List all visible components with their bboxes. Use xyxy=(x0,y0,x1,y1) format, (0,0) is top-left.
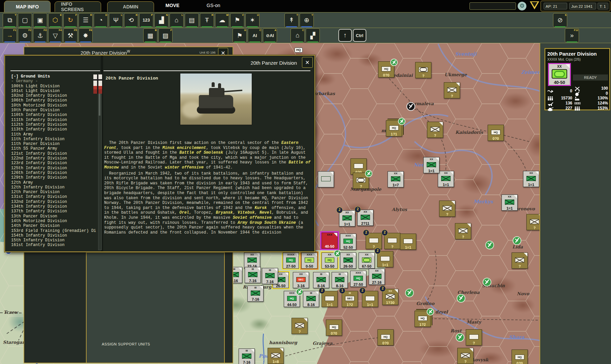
menu-gs-toggle[interactable]: GS-on xyxy=(207,3,220,8)
selected-unit-counter[interactable]: XX 40-50 xyxy=(548,63,571,86)
new-unit-icon[interactable]: ▢ xyxy=(18,13,32,27)
unit-list-item[interactable]: 134th Infantry Division xyxy=(11,204,97,209)
map-unit-counter[interactable]: IIISEC1?21 xyxy=(342,291,358,307)
unit-list-item[interactable]: 110th Infantry Division xyxy=(11,113,97,117)
no-ai-icon[interactable]: ⊘AIA xyxy=(263,28,277,42)
map-unit-counter[interactable]: XXXHQ27-50 xyxy=(350,271,366,287)
hex-info-icon[interactable]: ⬡E xyxy=(48,13,62,27)
splash-icon[interactable]: ✶U xyxy=(245,13,259,27)
map-unit-counter[interactable]: ? xyxy=(526,214,540,230)
unit-list-item[interactable]: 123rd Infantry Division xyxy=(11,161,97,165)
map-unit-counter[interactable]: ? xyxy=(512,252,528,269)
crosshair-icon[interactable]: ⊕Y xyxy=(300,13,314,27)
reload-icon[interactable]: ⟲R xyxy=(124,13,138,27)
map-unit-counter[interactable]: XX1?302 xyxy=(382,289,398,305)
unit-list-item[interactable]: 126th Infantry Division xyxy=(11,171,97,175)
unit-list-item[interactable]: 15th Infantry Division xyxy=(11,238,97,243)
unit-list-item[interactable]: 10th Panzer Division xyxy=(11,108,97,113)
map-unit-counter[interactable]: 1=12 xyxy=(377,251,393,267)
list-scrollbar[interactable] xyxy=(98,74,102,250)
map-unit-counter[interactable]: ? xyxy=(439,201,455,217)
menu-move[interactable]: MOVE xyxy=(165,3,179,8)
inline-link[interactable]: Nevel xyxy=(259,210,272,215)
map-unit-counter[interactable]: HQ0?0 xyxy=(488,125,504,141)
unit-list-item[interactable]: 11th Panzer Division xyxy=(11,142,97,146)
ferry-icon[interactable]: ▽F4 xyxy=(48,28,62,42)
map-unit-counter[interactable]: XXXHQ52-50 xyxy=(340,234,356,250)
unit-list-item[interactable]: 132nd Infantry Division xyxy=(11,200,97,204)
inline-link[interactable]: Bryansk xyxy=(216,210,233,215)
chart-icon[interactable]: ▟N xyxy=(154,13,169,27)
map-unit-counter[interactable]: XX1=1 xyxy=(501,194,518,211)
sea-move-icon[interactable]: ⚓F3 xyxy=(33,28,47,42)
inline-link[interactable]: winter offensive xyxy=(165,165,204,170)
copy-icon[interactable]: ▣ xyxy=(33,13,47,27)
map-unit-counter[interactable]: III8-16 xyxy=(332,272,348,288)
tab-map-info[interactable]: MAP INFO xyxy=(4,1,51,12)
unit-list-item[interactable]: 11th Infantry Division xyxy=(11,137,97,142)
ai-icon[interactable]: AIC xyxy=(248,28,262,42)
inline-link[interactable]: Vitebsk xyxy=(238,210,254,215)
next-icon[interactable]: »F12 xyxy=(565,28,579,42)
stack-icon[interactable]: ⧉T xyxy=(3,13,17,27)
weather-icon[interactable]: ☁W xyxy=(215,13,229,27)
inline-link[interactable]: Battle of Smolensk xyxy=(179,150,223,155)
map-unit-counter[interactable]: XX2?112 xyxy=(357,210,373,226)
ctrl-icon[interactable]: Ctrl xyxy=(353,29,366,42)
inline-link[interactable]: Soviet offensive xyxy=(233,215,272,220)
unit-list-item[interactable]: 137th Infantry Division xyxy=(11,209,97,214)
map-unit-counter[interactable]: 1=12 xyxy=(362,291,378,307)
timer-icon[interactable]: ◔D xyxy=(94,13,108,27)
map-unit-counter[interactable]: XX27-16 xyxy=(369,269,385,285)
close-icon[interactable]: ✕ xyxy=(302,57,313,68)
map-unit-counter[interactable]: HQ0?0 xyxy=(378,61,394,78)
map-unit-counter[interactable]: XX22-16 xyxy=(244,252,260,269)
radio-icon[interactable]: ΨL xyxy=(109,13,123,27)
map-unit-counter[interactable]: III8-16 xyxy=(313,272,329,288)
unit-list-item[interactable]: 111th Infantry Division xyxy=(11,118,97,122)
unit-list-item[interactable]: 113th Infantry Division xyxy=(11,127,97,132)
unit-group-toggle[interactable]: [-] Ground Units xyxy=(11,74,97,79)
unit-list-item[interactable]: 129th Infantry Division xyxy=(11,175,97,180)
unit-list-item[interactable]: 13th Panzer Divison xyxy=(11,214,97,219)
board-icon[interactable]: ▦B xyxy=(143,28,157,42)
map-unit-counter[interactable]: ? xyxy=(353,173,369,189)
unit-list-item[interactable]: 154th Infantry Division xyxy=(11,233,97,238)
signal-icon[interactable]: ŦR xyxy=(200,13,214,27)
unit-list-item[interactable]: 125th Infantry Division xyxy=(11,166,97,171)
alert-triangle-icon[interactable] xyxy=(530,1,539,9)
assault-icon[interactable]: ✸F6 xyxy=(79,28,93,42)
orbit-icon[interactable]: ↻F xyxy=(63,13,78,27)
map-unit-counter[interactable]: ? xyxy=(292,318,308,334)
combine-icon[interactable]: ⚒F5 xyxy=(63,28,78,42)
map-unit-counter[interactable]: XX26-50 xyxy=(340,252,356,269)
unit-list-item[interactable]: 12th Panzer Division xyxy=(11,190,97,194)
command-input[interactable] xyxy=(469,2,516,10)
unit-list-item[interactable]: 121st Infantry Division xyxy=(11,151,97,156)
factory-list-icon[interactable]: ⌂C xyxy=(291,28,305,42)
advance-arrow-icon[interactable]: →F1 xyxy=(3,28,17,42)
map-unit-counter[interactable]: ? xyxy=(444,82,460,98)
unit-list-item[interactable]: 14th Panzer Division xyxy=(11,223,97,228)
map-unit-counter[interactable]: HQ0?0 xyxy=(377,329,394,345)
unit-list-item[interactable]: 101st Light Division xyxy=(11,89,97,93)
map-unit-counter[interactable]: ? xyxy=(457,348,473,364)
inline-link[interactable]: Army Group South Ukraine xyxy=(238,220,296,225)
map-unit-counter[interactable]: 0?0 xyxy=(350,158,367,175)
unit-list-item[interactable]: 102nd Infantry Division xyxy=(11,93,97,98)
map-unit-counter[interactable]: ?2 xyxy=(384,233,400,249)
unit-list-item[interactable]: 12th Army xyxy=(11,180,97,185)
unit-list-item[interactable]: 11th Army xyxy=(11,132,97,137)
flag-ai-icon[interactable]: ⚑G xyxy=(233,28,247,42)
map-unit-counter[interactable]: XXX40-50 xyxy=(322,233,338,249)
map-unit-counter[interactable]: XXSEC3-16 xyxy=(293,272,309,288)
unit-list-item[interactable]: 153rd Field Training (Grenadier) Di xyxy=(11,229,97,233)
tab-admin[interactable]: ADMIN xyxy=(107,1,154,12)
map-unit-counter[interactable]: ? xyxy=(415,62,431,78)
compass-icon[interactable]: ⊘S xyxy=(553,13,567,27)
map-unit-counter[interactable]: 1=1 xyxy=(400,234,416,250)
unit-list-item[interactable]: 10th Motorized Division xyxy=(11,103,97,108)
map-unit-counter[interactable]: HQ0?0 xyxy=(512,350,528,364)
numeric-icon[interactable]: 123P xyxy=(139,13,153,27)
device-icon[interactable]: ▨F xyxy=(158,28,173,42)
